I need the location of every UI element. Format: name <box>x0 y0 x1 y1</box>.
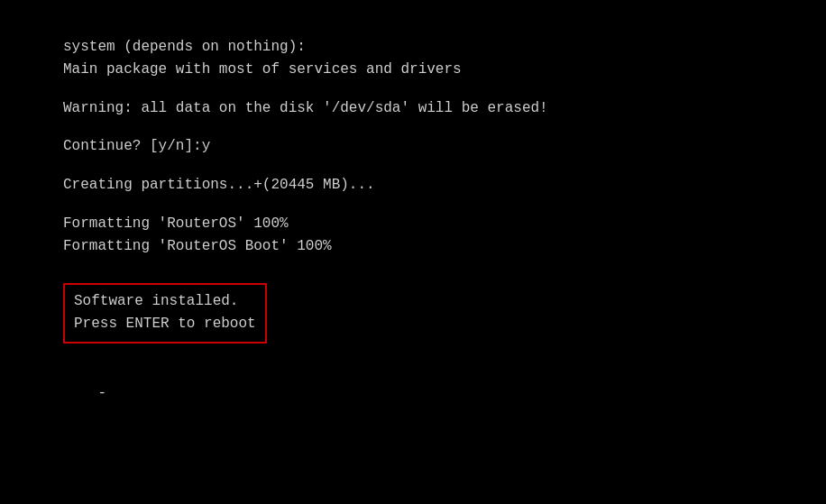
terminal-line-2: Main package with most of services and d… <box>63 59 763 81</box>
terminal-line-3: Warning: all data on the disk '/dev/sda'… <box>63 97 763 120</box>
terminal-line-4: Continue? [y/n]:y <box>63 135 763 158</box>
terminal-line-6: Formatting 'RouterOS' 100% <box>63 213 763 235</box>
cursor-text: - <box>97 385 106 401</box>
cursor-line: - <box>63 360 763 426</box>
terminal-line-5: Creating partitions...+(20445 MB)... <box>63 174 763 197</box>
software-installed-line: Software installed. <box>74 290 256 314</box>
terminal-window: system (depends on nothing): Main packag… <box>0 0 826 504</box>
terminal-line-1: system (depends on nothing): <box>63 36 763 59</box>
software-installed-box: Software installed. Press ENTER to reboo… <box>63 283 267 344</box>
terminal-line-7: Formatting 'RouterOS Boot' 100% <box>63 235 763 258</box>
press-enter-line: Press ENTER to reboot <box>74 313 256 336</box>
